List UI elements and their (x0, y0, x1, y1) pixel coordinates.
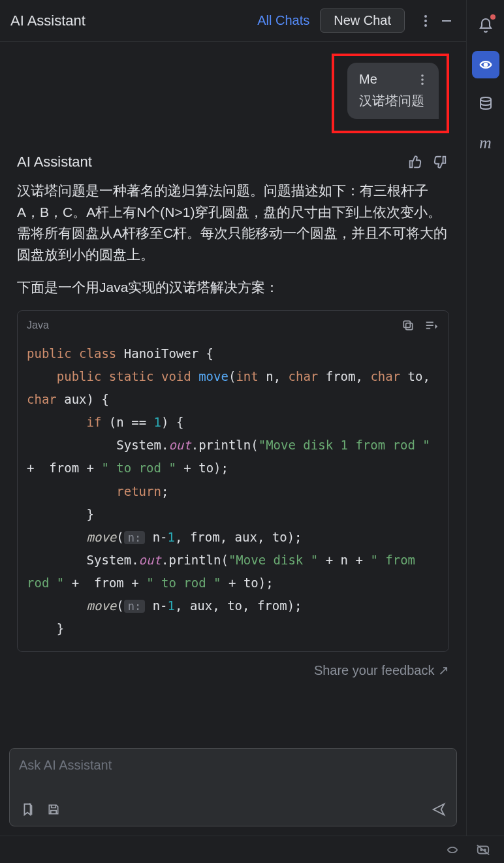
message-more-icon[interactable] (418, 74, 427, 86)
code-language-label: Java (27, 319, 392, 331)
assistant-name-label: AI Assistant (17, 154, 400, 171)
assistant-paragraph-1: 汉诺塔问题是一种著名的递归算法问题。问题描述如下：有三根杆子A，B，C。A杆上有… (17, 180, 449, 265)
svg-rect-8 (403, 321, 410, 327)
all-chats-link[interactable]: All Chats (257, 13, 309, 28)
svg-point-13 (480, 97, 491, 101)
chat-body: Me 汉诺塔问题 AI Assistant (0, 42, 466, 744)
ai-status-icon[interactable] (445, 843, 460, 857)
chat-input-box[interactable]: Ask AI Assistant (9, 748, 457, 826)
send-icon[interactable] (430, 801, 447, 818)
code-block: Java public class HanoiTower { public st… (17, 310, 449, 652)
svg-point-4 (421, 74, 424, 76)
highlighted-user-message: Me 汉诺塔问题 (332, 54, 449, 133)
copy-code-icon[interactable] (400, 318, 416, 333)
app-title: AI Assistant (10, 12, 257, 29)
user-sender-label: Me (359, 72, 377, 87)
bookmark-icon[interactable] (19, 801, 36, 818)
user-message-text: 汉诺塔问题 (359, 92, 427, 110)
share-feedback-link[interactable]: Share your feedback ↗ (17, 662, 449, 683)
copilot-status-icon[interactable] (475, 843, 491, 857)
svg-point-12 (484, 63, 486, 66)
assistant-paragraph-2: 下面是一个用Java实现的汉诺塔解决方案： (17, 277, 449, 299)
ai-assistant-tool-icon[interactable] (472, 51, 499, 78)
svg-point-0 (424, 15, 427, 18)
more-icon[interactable] (417, 12, 435, 30)
user-message-bubble: Me 汉诺塔问题 (347, 63, 439, 119)
save-icon[interactable] (45, 801, 62, 818)
input-area: Ask AI Assistant (0, 744, 466, 836)
maven-tool-icon[interactable]: m (472, 129, 499, 157)
thumbs-down-icon[interactable] (431, 153, 449, 171)
svg-rect-7 (406, 323, 413, 329)
svg-point-2 (424, 24, 427, 27)
insert-code-icon[interactable] (424, 318, 439, 333)
chat-input-placeholder: Ask AI Assistant (19, 758, 447, 801)
thumbs-up-icon[interactable] (406, 153, 424, 171)
svg-point-5 (421, 78, 424, 81)
minimize-icon[interactable] (437, 12, 456, 30)
new-chat-button[interactable]: New Chat (320, 8, 405, 33)
notifications-icon[interactable] (472, 12, 499, 39)
svg-point-1 (424, 20, 427, 22)
header: AI Assistant All Chats New Chat (0, 0, 466, 42)
status-bar (0, 836, 504, 863)
code-content[interactable]: public class HanoiTower { public static … (18, 340, 449, 651)
right-sidebar: m (466, 0, 504, 836)
notification-badge (490, 14, 496, 20)
svg-point-6 (421, 82, 424, 85)
assistant-message: AI Assistant 汉诺塔问题是一种著名的递归算法问题。问题描述如下：有三… (17, 153, 449, 683)
database-tool-icon[interactable] (472, 90, 499, 118)
